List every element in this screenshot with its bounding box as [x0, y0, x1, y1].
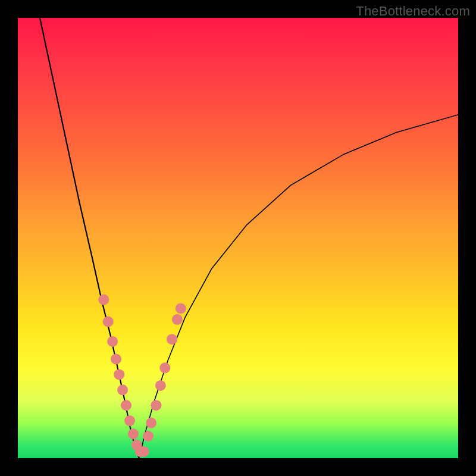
curves-svg [18, 18, 458, 458]
highlight-dot [111, 354, 121, 365]
watermark-text: TheBottleneck.com [356, 4, 470, 19]
highlight-dot [172, 314, 183, 325]
highlight-dots-group [98, 295, 186, 457]
highlight-dot [155, 380, 166, 391]
highlight-dot [117, 384, 128, 395]
highlight-dot [128, 428, 139, 439]
highlight-dot [167, 334, 177, 345]
highlight-dot [103, 317, 114, 327]
highlight-dot [151, 400, 161, 411]
right-branch-curve [139, 115, 459, 458]
highlight-dot [176, 303, 186, 314]
highlight-dot [114, 369, 124, 380]
chart-frame: TheBottleneck.com [0, 0, 476, 476]
highlight-dot [107, 336, 118, 347]
highlight-dot [146, 418, 156, 428]
highlight-dot [159, 362, 170, 373]
highlight-dot [143, 431, 154, 441]
highlight-dot [139, 446, 149, 457]
highlight-dot [124, 415, 135, 426]
highlight-dot [98, 295, 109, 305]
highlight-dot [121, 400, 131, 411]
plot-area [18, 18, 458, 458]
